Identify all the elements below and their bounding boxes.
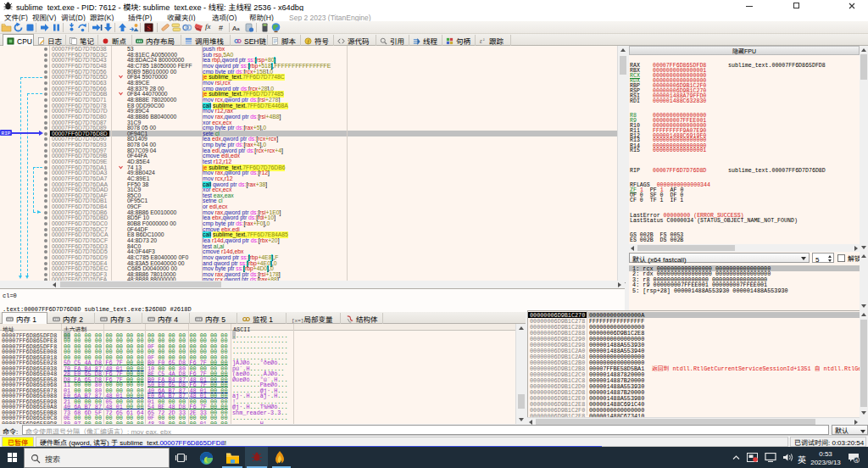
svg-text:²: ² (483, 37, 485, 42)
svg-text:S: S (147, 25, 150, 32)
svg-text:ε: ε (480, 38, 482, 45)
